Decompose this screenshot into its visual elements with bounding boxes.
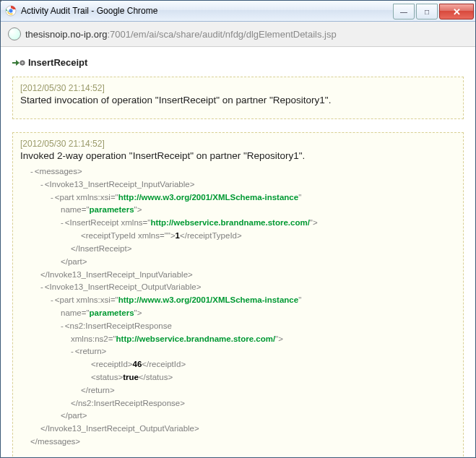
xml-text: 46 — [133, 360, 142, 368]
xml-tag: part — [68, 411, 82, 420]
xml-tag: ns2:InsertReceiptResponse — [78, 399, 180, 407]
xml-tag: status — [146, 373, 168, 381]
maximize-button[interactable]: □ — [416, 4, 438, 20]
xml-tag: Invoke13_InsertReceipt_OutputVariable — [50, 282, 196, 291]
window-titlebar[interactable]: Activity Audit Trail - Google Chrome — □… — [1, 1, 475, 22]
xml-attr: name — [61, 205, 82, 214]
window-title: Activity Audit Trail - Google Chrome — [21, 6, 391, 16]
url-path: :7001/em/ai/sca/share/audit/nfdg/dlgElem… — [107, 29, 336, 40]
address-bar[interactable]: thesisnoip.no-ip.org:7001/em/ai/sca/shar… — [1, 22, 475, 47]
chrome-window: Activity Audit Trail - Google Chrome — □… — [0, 0, 476, 458]
activity-header: InsertReceipt — [12, 57, 464, 68]
close-button[interactable]: ✕ — [439, 4, 474, 20]
xml-attr: name — [61, 308, 82, 317]
xml-tag: receiptId — [96, 360, 128, 368]
xml-tag: return — [80, 347, 102, 355]
xml-tag: receiptTypeId — [187, 231, 237, 240]
xml-attr: xmlns:xsi — [77, 295, 111, 304]
xml-attr-value: http://www.w3.org/2001/XMLSchema-instanc… — [118, 193, 298, 202]
xml-tag: Invoke13_InsertReceipt_InputVariable — [48, 270, 188, 279]
xml-attr: xmlns:ns2 — [71, 334, 108, 343]
xml-payload: -<messages> -<Invoke13_InsertReceipt_Inp… — [20, 165, 456, 449]
chrome-icon — [5, 5, 17, 17]
event-timestamp: [2012/05/30 21:14:52] — [20, 139, 456, 149]
xml-tag: return — [88, 386, 110, 394]
svg-point-3 — [22, 61, 23, 63]
xml-attr-value: parameters — [90, 308, 134, 317]
xml-tag: InsertReceipt — [70, 218, 119, 227]
xml-attr-value: http://webservice.brandname.store.com/ — [150, 218, 309, 227]
url-text: thesisnoip.no-ip.org:7001/em/ai/sca/shar… — [25, 29, 337, 40]
xml-attr-value: parameters — [90, 205, 134, 214]
xml-tag: Invoke13_InsertReceipt_InputVariable — [50, 180, 190, 189]
svg-point-1 — [9, 9, 13, 13]
activity-title: InsertReceipt — [28, 57, 87, 68]
xml-attr: xmlns — [138, 231, 160, 240]
page-content[interactable]: InsertReceipt [2012/05/30 21:14:52] Star… — [1, 47, 475, 457]
event-message: Started invocation of operation "InsertR… — [20, 95, 456, 105]
xml-tag: receiptId — [149, 360, 181, 368]
xml-text: true — [123, 373, 139, 381]
invoke-icon — [12, 58, 25, 68]
xml-attr: xmlns:xsi — [77, 193, 111, 202]
xml-tag: part — [60, 193, 74, 202]
xml-tag: ns2:InsertReceiptResponse — [70, 321, 172, 330]
xml-tag: messages — [38, 437, 75, 446]
url-host: thesisnoip.no-ip.org — [25, 29, 107, 40]
xml-attr-value: http://www.w3.org/2001/XMLSchema-instanc… — [118, 295, 298, 304]
xml-attr-value: http://webservice.brandname.store.com/ — [116, 334, 275, 343]
xml-tag: Invoke13_InsertReceipt_OutputVariable — [48, 424, 194, 433]
xml-tag: InsertReceipt — [78, 244, 127, 253]
xml-tag: receiptTypeId — [86, 231, 136, 240]
xml-tag: messages — [40, 167, 77, 176]
event-message: Invoked 2-way operation "InsertReceipt" … — [20, 150, 456, 161]
xml-tag: part — [60, 295, 74, 304]
minimize-button[interactable]: — — [393, 4, 415, 20]
event-panel-started: [2012/05/30 21:14:52] Started invocation… — [12, 77, 464, 119]
globe-icon — [8, 27, 21, 40]
event-panel-invoked: [2012/05/30 21:14:52] Invoked 2-way oper… — [12, 132, 464, 457]
xml-tag: status — [96, 373, 118, 381]
xml-tag: part — [68, 257, 82, 266]
window-controls: — □ ✕ — [391, 4, 474, 18]
xml-attr: xmlns — [121, 218, 143, 227]
event-timestamp: [2012/05/30 21:14:52] — [20, 83, 456, 93]
